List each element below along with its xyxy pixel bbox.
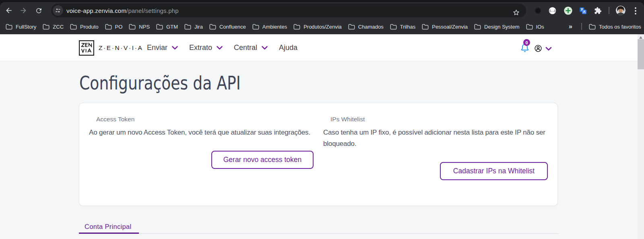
browser-chrome: voice-app.zenvia.com/panel/settings.php: [0, 0, 644, 34]
notifications-button[interactable]: 0: [520, 43, 530, 53]
extension-darkmode-button[interactable]: [534, 7, 542, 15]
folder-icon: [589, 24, 596, 30]
profile-avatar[interactable]: [616, 6, 625, 15]
folder-icon: [422, 24, 429, 30]
tabs-divider-line: [79, 233, 559, 234]
access-token-label: Access Token: [96, 116, 314, 123]
page-scrollbar[interactable]: [638, 34, 644, 239]
address-bar[interactable]: voice-app.zenvia.com/panel/settings.php: [51, 4, 526, 17]
nav-label: Ajuda: [279, 44, 297, 52]
user-circle-icon: [535, 45, 542, 52]
nav-label: Enviar: [147, 44, 167, 52]
access-token-description: Ao gerar um novo Access Token, você terá…: [89, 127, 314, 138]
bookmark-label: Ambientes: [262, 24, 287, 30]
reload-icon: [35, 7, 43, 15]
svg-text:{..}: {..}: [549, 9, 555, 12]
site-settings-button[interactable]: [53, 5, 63, 16]
braces-icon: {..}: [549, 7, 556, 15]
nav-item-central[interactable]: Central: [234, 44, 268, 52]
url-text[interactable]: voice-app.zenvia.com/panel/settings.php: [66, 7, 179, 14]
browser-toolbar: voice-app.zenvia.com/panel/settings.php: [0, 2, 644, 34]
bookmark-folder-chamados[interactable]: Chamados: [348, 24, 384, 30]
folder-icon: [474, 24, 481, 30]
bookmark-star-button[interactable]: [512, 8, 520, 17]
three-dots-icon: [635, 7, 636, 15]
tabs-bar: Conta Principal: [79, 220, 559, 236]
main-nav: Enviar Extrato Central Ajuda: [147, 34, 297, 61]
url-host: voice-app.zenvia.com: [66, 7, 126, 14]
active-tab-underline: [79, 233, 139, 234]
bookmark-label: Trilhas: [400, 24, 416, 30]
bookmark-folder-produto[interactable]: Produto: [70, 24, 99, 30]
zenvia-logo-icon: [79, 40, 94, 56]
bookmark-label: Produtos/Zenvia: [303, 24, 342, 30]
bookmark-label: GTM: [166, 24, 178, 30]
site-header: Z·E·N·V·I·A Enviar Extrato Central Ajuda…: [0, 34, 644, 61]
account-button[interactable]: [535, 45, 542, 52]
scrollbar-thumb[interactable]: [638, 39, 644, 69]
extensions-menu-button[interactable]: [594, 7, 602, 15]
folder-icon: [184, 24, 191, 30]
puzzle-icon: [594, 7, 602, 15]
bookmark-label: ZCC: [53, 24, 64, 30]
folder-icon: [390, 24, 397, 30]
chevron-down-icon: [545, 47, 552, 51]
nav-item-extrato[interactable]: Extrato: [189, 44, 223, 52]
folder-icon: [70, 24, 77, 30]
folder-icon: [252, 24, 259, 30]
browser-menu-button[interactable]: [634, 7, 638, 15]
ips-whitelist-section: IPs Whitelist Caso tenha um IP fixo, é p…: [323, 116, 548, 206]
bookmark-folder-fullstory[interactable]: FullStory: [6, 24, 36, 30]
bookmark-folder-produtos-zenvia[interactable]: Produtos/Zenvia: [293, 24, 342, 30]
translate-icon: A: [579, 7, 587, 15]
nav-label: Central: [234, 44, 257, 52]
bookmark-folder-ios[interactable]: IOs: [526, 24, 544, 30]
bookmark-folder-design-system[interactable]: Design System: [474, 24, 519, 30]
bookmarks-divider: [581, 23, 582, 30]
bookmark-folder-jira[interactable]: Jira: [184, 24, 203, 30]
zenvia-logo[interactable]: [79, 40, 94, 56]
zenvia-wordmark[interactable]: Z·E·N·V·I·A: [99, 44, 143, 52]
extension-adblock-button[interactable]: [564, 6, 572, 15]
nav-item-enviar[interactable]: Enviar: [147, 44, 178, 52]
all-bookmarks-label: Todos os favoritos: [599, 24, 641, 30]
browser-forward-button[interactable]: [19, 6, 27, 15]
bookmark-folder-zcc[interactable]: ZCC: [43, 24, 64, 30]
folder-icon: [293, 24, 300, 30]
bookmark-folder-nps[interactable]: NPS: [129, 24, 150, 30]
folder-icon: [156, 24, 163, 30]
bookmark-folder-po[interactable]: PO: [105, 24, 123, 30]
folder-icon: [43, 24, 50, 30]
bookmark-label: Jira: [194, 24, 203, 30]
register-ips-button[interactable]: Cadastrar IPs na Whitelist: [440, 162, 548, 180]
chevron-down-icon: [172, 46, 178, 50]
ips-whitelist-label: IPs Whitelist: [330, 116, 548, 123]
bookmark-folder-gtm[interactable]: GTM: [156, 24, 178, 30]
browser-back-button[interactable]: [5, 6, 13, 15]
generate-token-button[interactable]: Gerar novo access token: [211, 151, 314, 169]
bookmark-folder-ambientes[interactable]: Ambientes: [252, 24, 287, 30]
bookmark-label: IOs: [536, 24, 544, 30]
browser-reload-button[interactable]: [35, 6, 43, 15]
bookmark-folder-confluence[interactable]: Confluence: [209, 24, 246, 30]
bookmark-label: PO: [115, 24, 123, 30]
chevron-down-icon: [217, 46, 223, 50]
nav-item-ajuda[interactable]: Ajuda: [279, 44, 297, 52]
forward-arrow-icon: [19, 6, 27, 15]
scrollbar-up-arrow[interactable]: [639, 36, 642, 39]
bookmark-folder-pessoal-zenvia[interactable]: Pessoal/Zenvia: [422, 24, 468, 30]
api-settings-card: Access Token Ao gerar um novo Access Tok…: [79, 103, 558, 206]
tab-conta-principal[interactable]: Conta Principal: [79, 220, 137, 231]
ips-whitelist-description: Caso tenha um IP fixo, é possível adicio…: [323, 127, 548, 150]
chevron-down-icon: [262, 46, 268, 50]
all-bookmarks-button[interactable]: Todos os favoritos: [589, 19, 641, 34]
extension-json-viewer-button[interactable]: {..}: [549, 7, 556, 15]
bookmarks-overflow-button[interactable]: »: [569, 19, 572, 34]
account-menu-button[interactable]: [545, 47, 552, 51]
avatar-photo: [616, 6, 625, 15]
bookmark-label: FullStory: [16, 24, 36, 30]
nav-label: Extrato: [189, 44, 212, 52]
bookmark-folder-trilhas[interactable]: Trilhas: [390, 24, 416, 30]
folder-icon: [129, 24, 136, 30]
extension-translate-button[interactable]: A: [579, 7, 587, 15]
